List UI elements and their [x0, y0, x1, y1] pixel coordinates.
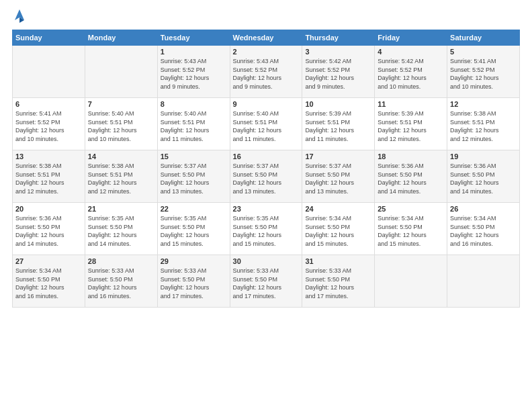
day-number: 9 [233, 100, 300, 108]
day-number: 3 [305, 48, 371, 56]
week-row-4: 20Sunrise: 5:36 AM Sunset: 5:50 PM Dayli… [13, 203, 520, 255]
day-cell: 25Sunrise: 5:34 AM Sunset: 5:50 PM Dayli… [375, 203, 447, 255]
day-cell: 12Sunrise: 5:38 AM Sunset: 5:51 PM Dayli… [447, 98, 520, 150]
day-cell: 13Sunrise: 5:38 AM Sunset: 5:51 PM Dayli… [13, 150, 85, 203]
day-info: Sunrise: 5:34 AM Sunset: 5:50 PM Dayligh… [15, 267, 82, 300]
day-info: Sunrise: 5:39 AM Sunset: 5:51 PM Dayligh… [378, 109, 444, 143]
day-info: Sunrise: 5:40 AM Sunset: 5:51 PM Dayligh… [88, 109, 154, 143]
day-info: Sunrise: 5:41 AM Sunset: 5:52 PM Dayligh… [450, 57, 517, 91]
week-row-1: 1Sunrise: 5:43 AM Sunset: 5:52 PM Daylig… [13, 46, 520, 98]
day-info: Sunrise: 5:35 AM Sunset: 5:50 PM Dayligh… [233, 214, 300, 248]
day-info: Sunrise: 5:36 AM Sunset: 5:50 PM Dayligh… [15, 214, 82, 248]
day-info: Sunrise: 5:33 AM Sunset: 5:50 PM Dayligh… [233, 267, 300, 300]
day-number: 19 [450, 152, 517, 161]
day-cell: 26Sunrise: 5:34 AM Sunset: 5:50 PM Dayli… [447, 203, 520, 255]
day-cell: 6Sunrise: 5:41 AM Sunset: 5:52 PM Daylig… [13, 98, 85, 150]
day-info: Sunrise: 5:34 AM Sunset: 5:50 PM Dayligh… [450, 214, 517, 248]
day-cell: 21Sunrise: 5:35 AM Sunset: 5:50 PM Dayli… [85, 203, 157, 255]
day-cell [13, 46, 85, 98]
day-info: Sunrise: 5:41 AM Sunset: 5:52 PM Dayligh… [15, 109, 82, 143]
week-row-5: 27Sunrise: 5:34 AM Sunset: 5:50 PM Dayli… [13, 255, 520, 308]
day-number: 24 [305, 205, 371, 213]
header [12, 11, 520, 23]
day-number: 26 [450, 205, 517, 213]
day-number: 31 [305, 257, 371, 265]
day-cell: 2Sunrise: 5:43 AM Sunset: 5:52 PM Daylig… [230, 46, 302, 98]
day-cell: 14Sunrise: 5:38 AM Sunset: 5:51 PM Dayli… [85, 150, 157, 203]
day-number: 6 [15, 100, 82, 108]
day-cell [375, 255, 447, 308]
day-number: 20 [15, 205, 82, 213]
day-number: 8 [161, 100, 227, 108]
day-number: 7 [88, 100, 154, 108]
day-info: Sunrise: 5:43 AM Sunset: 5:52 PM Dayligh… [161, 57, 227, 91]
day-number: 30 [233, 257, 300, 265]
header-row: SundayMondayTuesdayWednesdayThursdayFrid… [13, 30, 520, 46]
day-cell: 11Sunrise: 5:39 AM Sunset: 5:51 PM Dayli… [375, 98, 447, 150]
day-number: 18 [378, 152, 444, 161]
logo [12, 11, 26, 23]
day-info: Sunrise: 5:37 AM Sunset: 5:50 PM Dayligh… [305, 162, 371, 195]
day-info: Sunrise: 5:38 AM Sunset: 5:51 PM Dayligh… [450, 109, 517, 143]
day-cell: 23Sunrise: 5:35 AM Sunset: 5:50 PM Dayli… [230, 203, 302, 255]
day-number: 28 [88, 257, 154, 265]
day-info: Sunrise: 5:36 AM Sunset: 5:50 PM Dayligh… [450, 162, 517, 195]
day-number: 15 [161, 152, 227, 161]
day-info: Sunrise: 5:34 AM Sunset: 5:50 PM Dayligh… [378, 214, 444, 248]
day-cell [447, 255, 520, 308]
day-cell [85, 46, 157, 98]
day-cell: 10Sunrise: 5:39 AM Sunset: 5:51 PM Dayli… [302, 98, 375, 150]
day-info: Sunrise: 5:38 AM Sunset: 5:51 PM Dayligh… [15, 162, 82, 195]
day-cell: 19Sunrise: 5:36 AM Sunset: 5:50 PM Dayli… [447, 150, 520, 203]
day-info: Sunrise: 5:33 AM Sunset: 5:50 PM Dayligh… [305, 267, 371, 300]
day-cell: 18Sunrise: 5:36 AM Sunset: 5:50 PM Dayli… [375, 150, 447, 203]
day-info: Sunrise: 5:35 AM Sunset: 5:50 PM Dayligh… [161, 214, 227, 248]
day-cell: 9Sunrise: 5:40 AM Sunset: 5:51 PM Daylig… [230, 98, 302, 150]
day-info: Sunrise: 5:37 AM Sunset: 5:50 PM Dayligh… [161, 162, 227, 195]
day-info: Sunrise: 5:38 AM Sunset: 5:51 PM Dayligh… [88, 162, 154, 195]
header-cell-thursday: Thursday [302, 30, 375, 46]
header-cell-monday: Monday [85, 30, 157, 46]
day-number: 16 [233, 152, 300, 161]
day-cell: 29Sunrise: 5:33 AM Sunset: 5:50 PM Dayli… [157, 255, 230, 308]
day-cell: 4Sunrise: 5:42 AM Sunset: 5:52 PM Daylig… [375, 46, 447, 98]
day-info: Sunrise: 5:42 AM Sunset: 5:52 PM Dayligh… [378, 57, 444, 91]
day-number: 27 [15, 257, 82, 265]
day-number: 2 [233, 48, 300, 56]
day-cell: 3Sunrise: 5:42 AM Sunset: 5:52 PM Daylig… [302, 46, 375, 98]
header-cell-sunday: Sunday [13, 30, 85, 46]
day-info: Sunrise: 5:43 AM Sunset: 5:52 PM Dayligh… [233, 57, 300, 91]
day-info: Sunrise: 5:39 AM Sunset: 5:51 PM Dayligh… [305, 109, 371, 143]
page: SundayMondayTuesdayWednesdayThursdayFrid… [0, 0, 532, 411]
day-number: 22 [161, 205, 227, 213]
day-number: 4 [378, 48, 444, 56]
day-cell: 5Sunrise: 5:41 AM Sunset: 5:52 PM Daylig… [447, 46, 520, 98]
day-cell: 22Sunrise: 5:35 AM Sunset: 5:50 PM Dayli… [157, 203, 230, 255]
day-number: 29 [161, 257, 227, 265]
day-info: Sunrise: 5:40 AM Sunset: 5:51 PM Dayligh… [233, 109, 300, 143]
day-number: 13 [15, 152, 82, 161]
day-number: 11 [378, 100, 444, 108]
header-cell-saturday: Saturday [447, 30, 520, 46]
day-cell: 16Sunrise: 5:37 AM Sunset: 5:50 PM Dayli… [230, 150, 302, 203]
day-cell: 1Sunrise: 5:43 AM Sunset: 5:52 PM Daylig… [157, 46, 230, 98]
calendar-table: SundayMondayTuesdayWednesdayThursdayFrid… [12, 30, 520, 308]
day-number: 12 [450, 100, 517, 108]
day-cell: 30Sunrise: 5:33 AM Sunset: 5:50 PM Dayli… [230, 255, 302, 308]
day-info: Sunrise: 5:35 AM Sunset: 5:50 PM Dayligh… [88, 214, 154, 248]
day-info: Sunrise: 5:33 AM Sunset: 5:50 PM Dayligh… [161, 267, 227, 300]
day-info: Sunrise: 5:33 AM Sunset: 5:50 PM Dayligh… [88, 267, 154, 300]
day-cell: 20Sunrise: 5:36 AM Sunset: 5:50 PM Dayli… [13, 203, 85, 255]
header-cell-tuesday: Tuesday [157, 30, 230, 46]
day-number: 14 [88, 152, 154, 161]
day-number: 1 [161, 48, 227, 56]
day-cell: 15Sunrise: 5:37 AM Sunset: 5:50 PM Dayli… [157, 150, 230, 203]
day-cell: 7Sunrise: 5:40 AM Sunset: 5:51 PM Daylig… [85, 98, 157, 150]
logo-icon [13, 8, 26, 23]
day-number: 25 [378, 205, 444, 213]
day-info: Sunrise: 5:40 AM Sunset: 5:51 PM Dayligh… [161, 109, 227, 143]
header-cell-wednesday: Wednesday [230, 30, 302, 46]
header-cell-friday: Friday [375, 30, 447, 46]
day-info: Sunrise: 5:42 AM Sunset: 5:52 PM Dayligh… [305, 57, 371, 91]
day-cell: 24Sunrise: 5:34 AM Sunset: 5:50 PM Dayli… [302, 203, 375, 255]
